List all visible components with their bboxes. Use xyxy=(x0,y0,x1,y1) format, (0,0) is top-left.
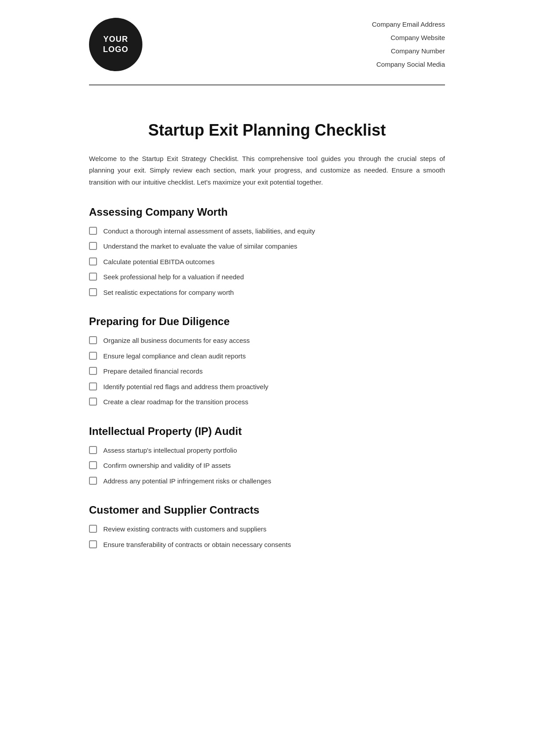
checklist-item: Conduct a thorough internal assessment o… xyxy=(89,226,445,237)
checklist-text: Address any potential IP infringement ri… xyxy=(103,476,271,487)
checklist-item: Ensure transferability of contracts or o… xyxy=(89,540,445,550)
checklist-text: Organize all business documents for easy… xyxy=(103,336,250,346)
section-title-contracts: Customer and Supplier Contracts xyxy=(89,504,445,516)
section-title-assessing-worth: Assessing Company Worth xyxy=(89,206,445,218)
checkbox-icon[interactable] xyxy=(89,242,97,250)
company-number: Company Number xyxy=(372,44,445,58)
checklist-text: Understand the market to evaluate the va… xyxy=(103,241,297,252)
checkbox-icon[interactable] xyxy=(89,352,97,360)
checklist-item: Calculate potential EBITDA outcomes xyxy=(89,257,445,267)
checklist-item: Assess startup's intellectual property p… xyxy=(89,446,445,456)
checklist-item: Review existing contracts with customers… xyxy=(89,524,445,535)
checkbox-icon[interactable] xyxy=(89,336,97,344)
checklist-text: Ensure transferability of contracts or o… xyxy=(103,540,291,550)
document-title: Startup Exit Planning Checklist xyxy=(89,121,445,140)
checklist-item: Ensure legal compliance and clean audit … xyxy=(89,351,445,362)
checkbox-icon[interactable] xyxy=(89,446,97,454)
checklist-text: Ensure legal compliance and clean audit … xyxy=(103,351,246,362)
company-logo: YOUR LOGO xyxy=(89,18,142,71)
checklist-text: Calculate potential EBITDA outcomes xyxy=(103,257,214,267)
checklist-item: Set realistic expectations for company w… xyxy=(89,288,445,298)
checkbox-icon[interactable] xyxy=(89,257,97,265)
company-email: Company Email Address xyxy=(372,18,445,31)
checklist-text: Seek professional help for a valuation i… xyxy=(103,272,244,282)
checkbox-icon[interactable] xyxy=(89,477,97,485)
section-assessing-worth: Assessing Company Worth Conduct a thorou… xyxy=(89,206,445,298)
checklist-item: Confirm ownership and validity of IP ass… xyxy=(89,461,445,471)
checkbox-icon[interactable] xyxy=(89,540,97,548)
checkbox-icon[interactable] xyxy=(89,525,97,533)
checkbox-icon[interactable] xyxy=(89,273,97,281)
section-ip-audit: Intellectual Property (IP) Audit Assess … xyxy=(89,425,445,487)
checklist-text: Identify potential red flags and address… xyxy=(103,382,268,392)
page-header: YOUR LOGO Company Email Address Company … xyxy=(62,0,472,80)
checklist-item: Seek professional help for a valuation i… xyxy=(89,272,445,282)
checklist-item: Prepare detailed financial records xyxy=(89,366,445,377)
checklist-text: Review existing contracts with customers… xyxy=(103,524,267,535)
main-content: Startup Exit Planning Checklist Welcome … xyxy=(62,85,472,594)
section-title-due-diligence: Preparing for Due Diligence xyxy=(89,315,445,328)
checkbox-icon[interactable] xyxy=(89,382,97,390)
checklist-text: Conduct a thorough internal assessment o… xyxy=(103,226,315,237)
company-info-block: Company Email Address Company Website Co… xyxy=(372,18,445,71)
checklist-text: Create a clear roadmap for the transitio… xyxy=(103,397,248,407)
company-website: Company Website xyxy=(372,31,445,44)
checkbox-icon[interactable] xyxy=(89,461,97,469)
checklist-text: Prepare detailed financial records xyxy=(103,366,202,377)
checkbox-icon[interactable] xyxy=(89,398,97,406)
section-contracts: Customer and Supplier Contracts Review e… xyxy=(89,504,445,550)
checkbox-icon[interactable] xyxy=(89,227,97,235)
intro-paragraph: Welcome to the Startup Exit Strategy Che… xyxy=(89,153,445,188)
checklist-item: Address any potential IP infringement ri… xyxy=(89,476,445,487)
section-title-ip-audit: Intellectual Property (IP) Audit xyxy=(89,425,445,438)
checklist-item: Identify potential red flags and address… xyxy=(89,382,445,392)
checklist-text: Set realistic expectations for company w… xyxy=(103,288,234,298)
checklist-item: Create a clear roadmap for the transitio… xyxy=(89,397,445,407)
checkbox-icon[interactable] xyxy=(89,367,97,375)
section-due-diligence: Preparing for Due Diligence Organize all… xyxy=(89,315,445,407)
checkbox-icon[interactable] xyxy=(89,288,97,296)
checklist-text: Assess startup's intellectual property p… xyxy=(103,446,237,456)
checklist-item: Organize all business documents for easy… xyxy=(89,336,445,346)
checklist-item: Understand the market to evaluate the va… xyxy=(89,241,445,252)
checklist-text: Confirm ownership and validity of IP ass… xyxy=(103,461,231,471)
company-social: Company Social Media xyxy=(372,58,445,71)
